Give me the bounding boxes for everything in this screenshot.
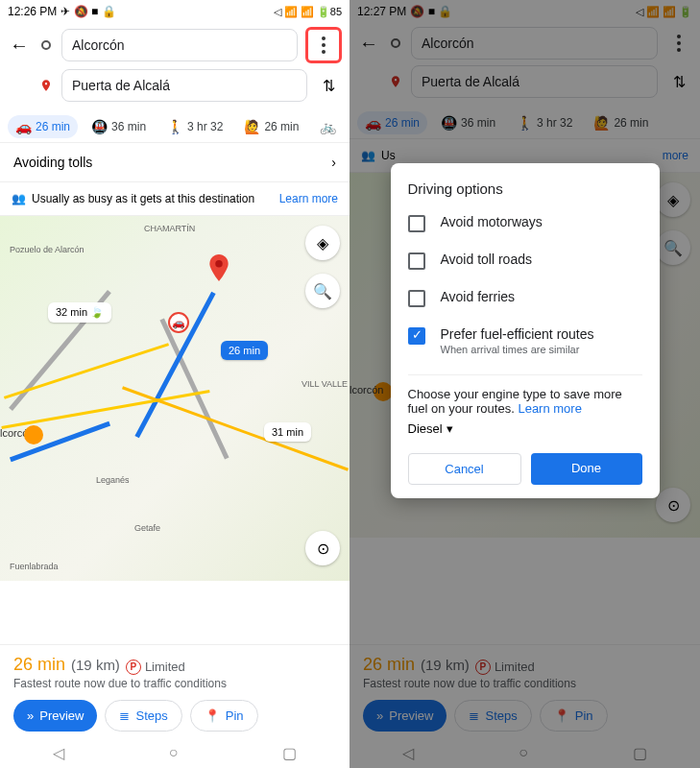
label-motorways: Avoid motorways xyxy=(441,214,543,229)
walk-icon: 🚶 xyxy=(167,119,183,134)
system-nav: ◁ ○ ▢ xyxy=(0,737,350,768)
steps-button[interactable]: ≣Steps xyxy=(105,700,181,732)
steps-label: Steps xyxy=(135,708,167,723)
mode-car[interactable]: 🚗26 min xyxy=(8,115,78,138)
route-alt1-label[interactable]: 32 min 🍃 xyxy=(48,302,111,323)
option-tolls[interactable]: Avoid toll roads xyxy=(408,252,642,270)
mode-transit[interactable]: 🚇36 min xyxy=(84,115,154,138)
destination-pin-icon xyxy=(206,254,231,290)
status-bar: 12:26 PM✈ 🔕 ■ 🔒 ◁ 📶 📶 🔋85 xyxy=(0,0,350,23)
preview-label: Preview xyxy=(39,708,84,723)
parking-icon: P xyxy=(126,660,141,675)
mode-taxi-label: 26 min xyxy=(264,120,299,133)
dropdown-icon: ▾ xyxy=(447,421,453,436)
back-arrow-icon[interactable]: ← xyxy=(8,35,31,57)
avoiding-label: Avoiding tolls xyxy=(13,155,92,170)
done-button[interactable]: Done xyxy=(531,453,642,485)
mode-car-label: 26 min xyxy=(36,120,70,133)
place-leganes: Leganés xyxy=(96,475,130,485)
pin-label: Pin xyxy=(226,708,244,723)
bike-icon: 🚲 xyxy=(320,119,336,134)
people-icon: 👥 xyxy=(12,192,26,205)
map-search-button[interactable]: 🔍 xyxy=(305,274,340,308)
origin-input[interactable]: Alcorcón xyxy=(61,29,298,61)
recenter-button[interactable]: ⊙ xyxy=(305,531,340,565)
place-chamartin: CHAMARTÍN xyxy=(144,224,195,233)
label-fuel-sub: When arrival times are similar xyxy=(441,344,594,355)
checkbox-fuel[interactable] xyxy=(408,327,425,345)
place-villa: VILL VALLE xyxy=(302,379,348,389)
parking-label: Limited xyxy=(145,660,185,674)
option-ferries[interactable]: Avoid ferries xyxy=(408,289,642,307)
label-ferries: Avoid ferries xyxy=(441,289,516,304)
directions-header: ← Alcorcón Puerta de Alcalá ⇅ xyxy=(0,23,350,111)
place-getafe: Getafe xyxy=(134,523,160,533)
engine-value: Diesel xyxy=(408,421,443,436)
learn-more-link[interactable]: Learn more xyxy=(279,192,338,205)
route-time: 26 min xyxy=(13,655,65,675)
more-options-button[interactable] xyxy=(310,32,337,59)
status-icons: ✈ 🔕 ■ 🔒 xyxy=(60,5,115,18)
origin-marker-icon xyxy=(38,40,54,50)
checkbox-motorways[interactable] xyxy=(408,215,425,232)
origin-dot-icon xyxy=(24,425,43,444)
highlight-more-menu xyxy=(305,27,342,63)
route-distance: (19 km) xyxy=(71,657,120,673)
route-main-label[interactable]: 26 min xyxy=(221,341,268,360)
nav-home-icon[interactable]: ○ xyxy=(169,744,179,761)
destination-marker-icon xyxy=(38,79,54,92)
engine-select[interactable]: Diesel ▾ xyxy=(408,421,642,436)
engine-text: Choose your engine type to save more fue… xyxy=(408,387,642,416)
preview-button[interactable]: »Preview xyxy=(13,700,97,732)
place-pozuelo: Pozuelo de Alarcón xyxy=(10,245,84,254)
preview-icon: » xyxy=(27,708,34,723)
destination-input[interactable]: Puerta de Alcalá xyxy=(61,69,307,102)
label-fuel: Prefer fuel-efficient routes xyxy=(441,326,594,342)
route-description: Fastest route now due to traffic conditi… xyxy=(13,677,336,690)
map[interactable]: CHAMARTÍN Pozuelo de Alarcón Leganés Get… xyxy=(0,216,350,581)
option-motorways[interactable]: Avoid motorways xyxy=(408,214,642,232)
option-fuel-efficient[interactable]: Prefer fuel-efficient routes When arriva… xyxy=(408,326,642,355)
car-icon: 🚗 xyxy=(15,119,32,134)
status-right: ◁ 📶 📶 🔋85 xyxy=(274,6,342,18)
mode-transit-label: 36 min xyxy=(111,120,146,133)
cancel-button[interactable]: Cancel xyxy=(408,453,521,485)
checkbox-tolls[interactable] xyxy=(408,252,425,270)
taxi-icon: 🙋 xyxy=(244,119,260,134)
chevron-right-icon: › xyxy=(331,155,336,170)
busy-text: Usually as busy as it gets at this desti… xyxy=(32,192,254,205)
status-time: 12:26 PM xyxy=(8,5,57,18)
engine-learn-link[interactable]: Learn more xyxy=(518,401,581,416)
screen-right: 12:27 PM🔕 ■ 🔒 ◁ 📶 📶 🔋 ← Alcorcón Puerta … xyxy=(350,0,700,768)
dialog-title: Driving options xyxy=(408,180,642,197)
place-fuenlabrada: Fuenlabrada xyxy=(10,562,59,571)
screen-left: 12:26 PM✈ 🔕 ■ 🔒 ◁ 📶 📶 🔋85 ← Alcorcón Pue… xyxy=(0,0,350,768)
checkbox-ferries[interactable] xyxy=(408,290,425,307)
busy-banner: 👥 Usually as busy as it gets at this des… xyxy=(0,181,350,216)
engine-desc: Choose your engine type to save more fue… xyxy=(408,387,622,416)
mode-bike[interactable]: 🚲 xyxy=(312,115,344,138)
nav-recent-icon[interactable]: ▢ xyxy=(282,744,297,762)
steps-icon: ≣ xyxy=(119,708,130,723)
route-sheet: 26 min (19 km) PLimited Fastest route no… xyxy=(0,644,350,737)
svg-point-0 xyxy=(215,260,223,268)
pin-button[interactable]: 📍Pin xyxy=(190,700,258,732)
mode-walk[interactable]: 🚶3 hr 32 xyxy=(159,115,230,138)
driving-options-dialog: Driving options Avoid motorways Avoid to… xyxy=(391,163,660,498)
nav-back-icon[interactable]: ◁ xyxy=(53,744,64,762)
layers-button[interactable]: ◈ xyxy=(305,226,340,260)
route-alert-icon: 🚗 xyxy=(168,312,189,333)
mode-walk-label: 3 hr 32 xyxy=(187,120,223,133)
mode-tabs: 🚗26 min 🚇36 min 🚶3 hr 32 🙋26 min 🚲 xyxy=(0,111,350,142)
swap-button[interactable]: ⇅ xyxy=(315,72,342,99)
label-tolls: Avoid toll roads xyxy=(441,252,532,267)
pin-icon: 📍 xyxy=(205,708,220,723)
transit-icon: 🚇 xyxy=(91,119,108,134)
divider xyxy=(408,374,642,375)
route-alt2-label[interactable]: 31 min xyxy=(264,422,311,442)
mode-taxi[interactable]: 🙋26 min xyxy=(236,115,306,138)
avoiding-row[interactable]: Avoiding tolls › xyxy=(0,142,350,181)
